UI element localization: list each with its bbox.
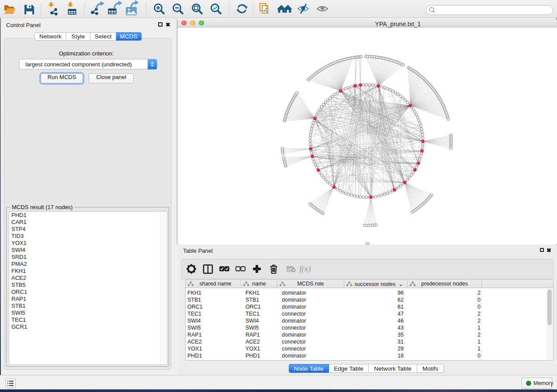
svg-text:f(x): f(x) bbox=[299, 264, 311, 274]
